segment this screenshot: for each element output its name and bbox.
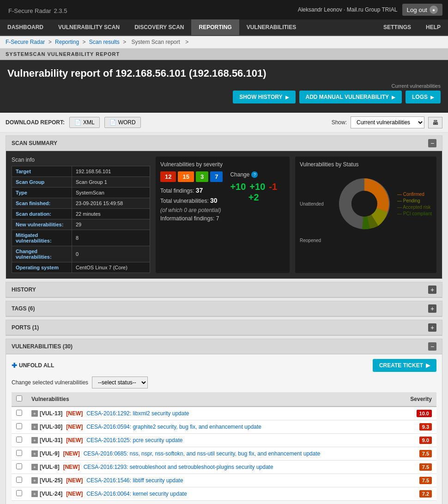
row-checkbox[interactable] <box>16 450 22 456</box>
scan-grid: Scan info Target192.168.56.101Scan Group… <box>12 157 436 273</box>
breadcrumb-reporting[interactable]: Reporting <box>55 39 79 45</box>
severity-cell: 7.5 <box>398 474 436 487</box>
scan-key: Mitigated vulnerabilities: <box>12 230 72 246</box>
table-row: Operating systemCentOS Linux 7 (Core) <box>12 262 150 273</box>
change-area: Change ? +10 +10 -1 +2 <box>230 171 277 222</box>
scan-summary-toggle[interactable]: − <box>428 139 436 147</box>
nav-item-vulnerabilities[interactable]: VULNERABILITIES <box>239 19 303 35</box>
expand-icon[interactable]: + <box>31 410 38 417</box>
vuln-id: [VUL-31] <box>40 437 62 443</box>
vulnerabilities-header[interactable]: VULNERABILITIES (30) − <box>6 339 442 354</box>
expand-icon[interactable]: + <box>31 464 38 470</box>
arrow-icon: ▶ <box>426 362 430 369</box>
new-badge: [NEW] <box>66 410 83 417</box>
expand-icon[interactable]: + <box>31 437 38 443</box>
scan-key: Operating system <box>12 262 72 273</box>
nav-item-discovery-scan[interactable]: DISCOVERY SCAN <box>127 19 191 35</box>
table-row: + [VUL-30] [NEW] CESA-2016:0594: graphit… <box>12 420 436 434</box>
row-checkbox[interactable] <box>16 477 22 483</box>
history-header[interactable]: HISTORY + <box>6 282 442 298</box>
breadcrumb-scan-results[interactable]: Scan results <box>89 39 120 45</box>
scan-info: Scan info Target192.168.56.101Scan Group… <box>12 157 150 273</box>
label-pci: — PCI compliant <box>397 211 432 216</box>
vuln-link[interactable]: CESA-2016:0594: graphite2 security, bug … <box>86 424 261 430</box>
nav-item-vulnerability-scan[interactable]: VULNERABILITY SCAN <box>51 19 127 35</box>
severity-split: 12 15 3 7 Total findings: 37 Total vulne… <box>160 171 285 222</box>
unattended-label: Unattended <box>300 201 332 206</box>
unfold-all-button[interactable]: ✚ UNFOLD ALL <box>12 362 54 369</box>
breadcrumb: F-Secure Radar > Reporting > Scan result… <box>0 36 448 49</box>
vuln-row-content: + [VUL-9] [NEW] CESA-2016:0685: nss, nsp… <box>31 450 394 457</box>
vuln-description-cell: + [VUL-13] [NEW] CESA-2016:1292: libxml2… <box>27 407 398 420</box>
row-checkbox[interactable] <box>16 463 22 469</box>
expand-icon[interactable]: + <box>31 424 38 430</box>
change-row2: +2 <box>230 192 277 203</box>
vuln-link[interactable]: CESA-2016:1546: libtiff security update <box>86 477 183 484</box>
breadcrumb-current: System Scan report <box>132 39 180 45</box>
vuln-id: [VUL-9] <box>40 450 60 457</box>
nav-item-reporting[interactable]: REPORTING <box>191 19 239 35</box>
scan-key: Scan duration: <box>12 209 72 219</box>
breadcrumb-fsecure[interactable]: F-Secure Radar <box>6 39 45 45</box>
scan-summary-section: SCAN SUMMARY − Scan info Target192.168.5… <box>6 135 442 279</box>
select-all-checkbox[interactable] <box>16 395 22 401</box>
vuln-status-title: Vulnerabilities by Status <box>300 161 432 168</box>
ports-toggle[interactable]: + <box>428 323 436 332</box>
user-icon: ● <box>430 6 438 14</box>
vuln-link[interactable]: CESA-2016:1293: setroubleshoot and setro… <box>84 464 273 470</box>
scan-key: Type <box>12 188 72 198</box>
row-checkbox-cell <box>12 434 27 447</box>
vuln-description-cell: + [VUL-30] [NEW] CESA-2016:0594: graphit… <box>27 420 398 434</box>
nav-right: SETTINGS HELP <box>376 19 448 35</box>
logs-button[interactable]: LOGS ▶ <box>406 91 441 103</box>
tags-header[interactable]: TAGS (6) + <box>6 301 442 316</box>
create-ticket-button[interactable]: CREATE TICKET ▶ <box>373 359 436 372</box>
nav-item-help[interactable]: HELP <box>418 19 448 35</box>
pie-left-labels: Unattended <box>300 201 332 206</box>
scan-summary-header[interactable]: SCAN SUMMARY − <box>6 136 442 151</box>
add-manual-vulnerability-button[interactable]: ADD MANUAL VULNERABILITY ▶ <box>299 91 402 103</box>
scan-key: Target <box>12 166 72 177</box>
expand-icon[interactable]: + <box>31 491 38 497</box>
history-toggle[interactable]: + <box>428 285 436 294</box>
print-button[interactable]: 🖶 <box>428 117 442 128</box>
expand-icon[interactable]: + <box>31 450 38 457</box>
vuln-link[interactable]: CESA-2016:1292: libxml2 security update <box>86 410 189 417</box>
expand-icon[interactable]: + <box>31 477 38 484</box>
vuln-id: [VUL-13] <box>40 410 62 417</box>
pie-hole2 <box>351 191 377 217</box>
row-checkbox[interactable] <box>16 437 22 443</box>
change-help-icon[interactable]: ? <box>251 171 258 178</box>
history-section: HISTORY + <box>6 282 442 298</box>
ports-header[interactable]: PORTS (1) + <box>6 320 442 335</box>
tags-toggle[interactable]: + <box>428 304 436 313</box>
row-checkbox[interactable] <box>16 423 22 429</box>
vuln-id: [VUL-24] <box>40 491 62 497</box>
nav-item-settings[interactable]: SETTINGS <box>376 19 418 35</box>
severity-score: 10.0 <box>417 410 432 417</box>
vuln-link[interactable]: CESA-2016:1025: pcre security update <box>86 437 182 443</box>
severity-score: 9.3 <box>419 423 432 431</box>
row-checkbox[interactable] <box>16 490 22 496</box>
action-buttons: SHOW HISTORY ▶ ADD MANUAL VULNERABILITY … <box>7 91 441 103</box>
show-history-button[interactable]: SHOW HISTORY ▶ <box>233 91 295 103</box>
show-select[interactable]: Current vulnerabilities All vulnerabilit… <box>351 116 424 128</box>
main-area: Vulnerability report of 192.168.56.101 (… <box>0 60 448 113</box>
vuln-link[interactable]: CESA-2016:0685: nss, nspr, nss-softokn, … <box>84 450 321 457</box>
nav-item-dashboard[interactable]: DASHBOARD <box>0 19 51 35</box>
vuln-row-content: + [VUL-24] [NEW] CESA-2016:0064: kernel … <box>31 491 394 497</box>
scan-value: 29 <box>72 219 150 230</box>
ports-wrapper: PORTS (1) + <box>3 320 445 336</box>
download-word-button[interactable]: 📄 WORD <box>104 117 141 128</box>
status-select[interactable]: --select status-- <box>92 376 148 389</box>
logout-button[interactable]: Log out ● <box>402 4 442 16</box>
vulnerabilities-toggle[interactable]: − <box>428 342 436 351</box>
download-xml-button[interactable]: 📄 XML <box>69 117 100 128</box>
row-checkbox[interactable] <box>16 410 22 416</box>
row-checkbox-cell <box>12 420 27 434</box>
table-row: TypeSystemScan <box>12 188 150 198</box>
vuln-link[interactable]: CESA-2016:0064: kernel security update <box>86 491 187 497</box>
total-findings: Total findings: 37 <box>160 187 223 194</box>
scan-key: New vulnerabilities: <box>12 219 72 230</box>
vuln-description-cell: + [VUL-31] [NEW] CESA-2016:1025: pcre se… <box>27 434 398 447</box>
